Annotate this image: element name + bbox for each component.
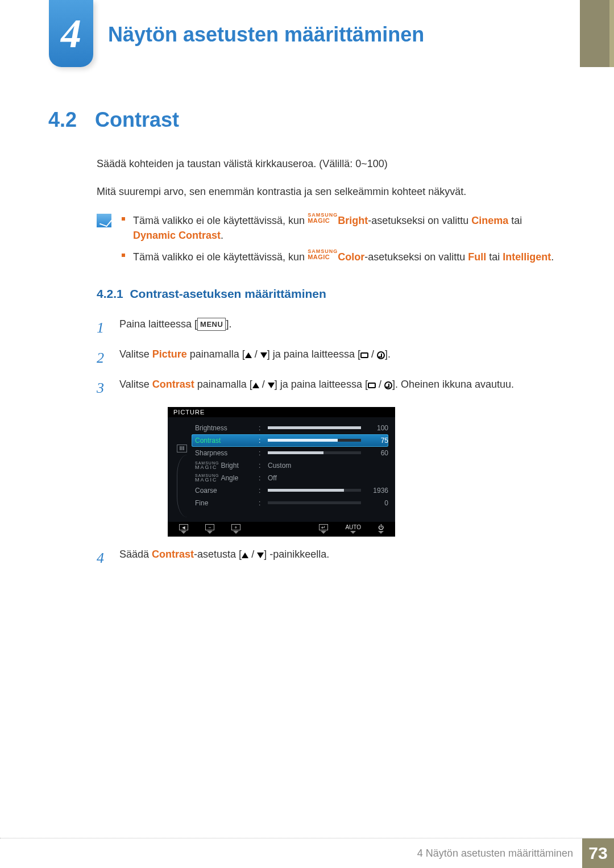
paragraph-1: Säädä kohteiden ja taustan välistä kirkk… <box>97 157 560 171</box>
paragraph-2: Mitä suurempi arvo, sen enemmän kontrast… <box>97 185 560 199</box>
osd-row-sharpness: Sharpness : 60 <box>192 447 388 459</box>
osd-row-fine: Fine : 0 <box>192 497 388 509</box>
step-text: Valitse Contrast painamalla [ / ] ja pai… <box>119 377 514 392</box>
osd-btn-minus: − <box>205 524 214 534</box>
up-arrow-icon <box>245 352 252 358</box>
content-area: 4.2 Contrast Säädä kohteiden ja taustan … <box>48 108 560 577</box>
osd-title: PICTURE <box>168 407 395 417</box>
osd-slider-brightness <box>268 426 361 429</box>
side-accent-bar <box>580 0 614 67</box>
note-icon <box>97 214 111 227</box>
step-text: Valitse Picture painamalla [ / ] ja pain… <box>119 347 391 362</box>
chapter-number: 4 <box>61 10 81 57</box>
osd-side-indicator <box>172 422 192 517</box>
osd-slider-sharpness <box>268 451 361 454</box>
page-number: 73 <box>582 838 614 868</box>
enter-icon <box>384 381 392 389</box>
section-heading: 4.2 Contrast <box>48 108 560 132</box>
step-1: 1 Paina laitteessa [MENU]. <box>97 317 560 339</box>
subsection-heading: 4.2.1 Contrast-asetuksen määrittäminen <box>97 287 560 301</box>
note-block: Tämä valikko ei ole käytettävissä, kun S… <box>97 213 560 269</box>
section-title: Contrast <box>95 108 179 132</box>
osd-slider-coarse <box>268 489 361 492</box>
osd-btn-back: ◄ <box>179 524 188 534</box>
chapter-title: Näytön asetusten määrittäminen <box>108 23 424 47</box>
osd-btn-enter: ↵ <box>319 524 328 534</box>
samsung-magic-label: SAMSUNGMAGIC <box>308 249 338 260</box>
note-list: Tämä valikko ei ole käytettävissä, kun S… <box>122 213 560 269</box>
osd-row-brightness: Brightness : 100 <box>192 422 388 434</box>
osd-btn-plus: + <box>231 524 240 534</box>
osd-btn-auto: AUTO <box>345 524 361 534</box>
up-arrow-icon <box>242 553 248 558</box>
section-number: 4.2 <box>48 108 77 132</box>
down-arrow-icon <box>260 352 267 358</box>
step-number: 4 <box>97 547 109 569</box>
down-arrow-icon <box>268 383 275 388</box>
enter-icon <box>377 351 385 359</box>
chapter-tab: 4 <box>49 0 93 67</box>
step-text: Säädä Contrast-asetusta [ / ] -painikkee… <box>119 547 329 562</box>
osd-screenshot: PICTURE Brightness : 100 Contrast : 75 <box>168 407 395 537</box>
menu-button-icon: MENU <box>197 318 226 331</box>
down-arrow-icon <box>257 553 264 558</box>
step-number: 3 <box>97 377 109 399</box>
osd-btn-power: ⏻ <box>378 524 384 534</box>
step-number: 2 <box>97 347 109 369</box>
samsung-magic-label: SAMSUNGMAGIC <box>308 213 338 224</box>
osd-category-icon <box>177 445 187 452</box>
footer-chapter-ref: 4 Näytön asetusten määrittäminen <box>408 838 582 868</box>
osd-slider-fine <box>268 501 361 504</box>
osd-row-contrast: Contrast : 75 <box>192 434 388 447</box>
source-icon <box>368 383 376 388</box>
step-2: 2 Valitse Picture painamalla [ / ] ja pa… <box>97 347 560 369</box>
osd-row-coarse: Coarse : 1936 <box>192 484 388 497</box>
osd-slider-contrast <box>268 439 361 442</box>
step-3: 3 Valitse Contrast painamalla [ / ] ja p… <box>97 377 560 399</box>
osd-row-magic-bright: SAMSUNGMAGIC Bright : Custom <box>192 459 388 472</box>
source-icon <box>360 352 368 358</box>
step-4: 4 Säädä Contrast-asetusta [ / ] -painikk… <box>97 547 560 569</box>
step-text: Paina laitteessa [MENU]. <box>119 317 231 332</box>
step-number: 1 <box>97 317 109 339</box>
up-arrow-icon <box>252 383 259 388</box>
osd-row-magic-angle: SAMSUNGMAGIC Angle : Off <box>192 472 388 484</box>
page-footer: 4 Näytön asetusten määrittäminen 73 <box>408 838 614 868</box>
osd-footer: ◄ − + ↵ AUTO ⏻ <box>168 522 395 537</box>
note-item-2: Tämä valikko ei ole käytettävissä, kun S… <box>122 249 560 264</box>
note-item-1: Tämä valikko ei ole käytettävissä, kun S… <box>122 213 560 243</box>
